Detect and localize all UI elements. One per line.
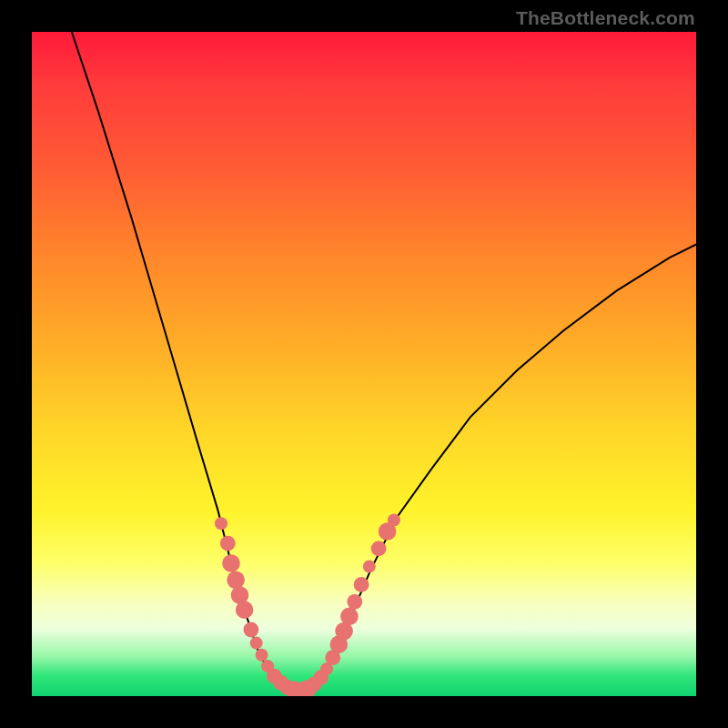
plot-area	[32, 32, 696, 696]
bottleneck-curve	[72, 32, 696, 693]
data-point	[220, 536, 236, 551]
data-point	[244, 622, 259, 638]
data-point	[222, 554, 240, 572]
data-point	[250, 637, 263, 650]
data-point	[215, 517, 228, 530]
data-point	[256, 649, 268, 662]
chart-svg	[32, 32, 696, 696]
chart-frame: TheBottleneck.com	[0, 0, 728, 728]
data-point	[340, 608, 359, 626]
data-point	[347, 594, 362, 610]
data-point	[236, 601, 254, 619]
data-points-group	[215, 514, 400, 697]
data-point	[363, 561, 376, 573]
data-point	[371, 541, 387, 557]
data-point	[354, 577, 369, 592]
data-point	[388, 514, 400, 527]
data-point	[227, 571, 245, 590]
watermark-label: TheBottleneck.com	[516, 7, 695, 29]
